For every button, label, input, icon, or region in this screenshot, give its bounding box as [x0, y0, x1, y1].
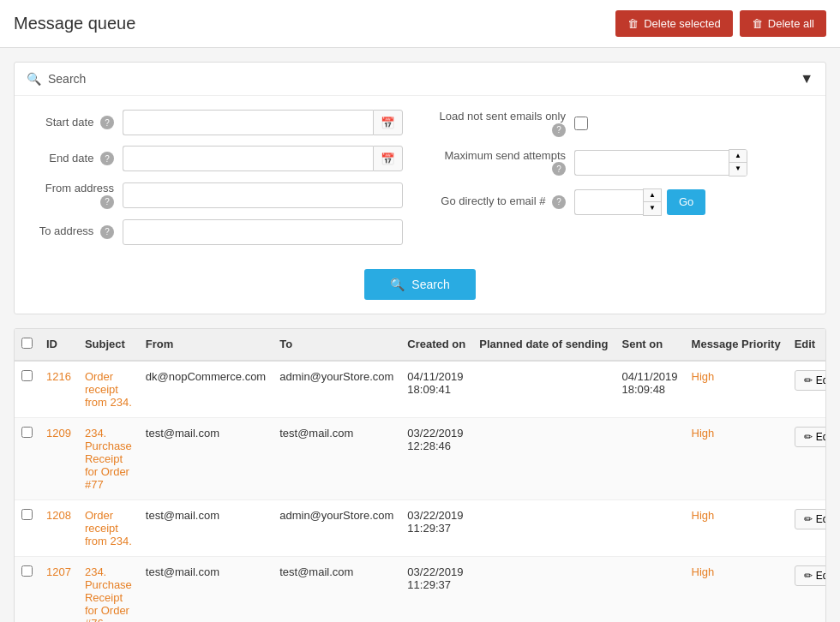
message-queue-table-container: ID Subject From To Created on Planned da…: [14, 328, 826, 623]
end-date-calendar-button[interactable]: 📅: [373, 146, 403, 171]
max-send-down-button[interactable]: ▼: [729, 163, 747, 176]
edit-button[interactable]: ✏ Edit: [795, 509, 826, 529]
row-subject: 234. Purchase Receipt for Order #76: [78, 556, 139, 622]
table-row: 1207 234. Purchase Receipt for Order #76…: [15, 556, 826, 622]
search-panel-label: Search: [48, 72, 86, 86]
form-right: Load not sent emails only ? Maximum send…: [437, 110, 812, 255]
table-row: 1209 234. Purchase Receipt for Order #77…: [15, 417, 826, 499]
go-directly-input[interactable]: 0: [574, 189, 643, 215]
select-all-checkbox[interactable]: [21, 338, 33, 349]
start-date-label: Start date ?: [28, 116, 123, 130]
delete-all-button[interactable]: 🗑 Delete all: [740, 10, 826, 37]
chevron-down-icon: ▼: [800, 71, 813, 87]
table-row: 1216 Order receipt from 234. dk@nopComme…: [15, 361, 826, 418]
col-created-on: Created on: [400, 329, 472, 361]
go-directly-input-group: 0 ▲ ▼ Go: [574, 188, 705, 216]
edit-button[interactable]: ✏ Edit: [795, 370, 826, 391]
row-id: 1207: [39, 556, 78, 622]
row-subject-link[interactable]: 234. Purchase Receipt for Order #77: [85, 427, 132, 491]
start-date-input[interactable]: [123, 110, 373, 135]
row-id: 1216: [39, 361, 78, 418]
search-form-grid: Start date ? 📅 End date ?: [28, 110, 812, 255]
row-checkbox[interactable]: [21, 370, 33, 381]
table-row: 1208 Order receipt from 234. test@mail.c…: [15, 499, 826, 556]
row-checkbox-cell: [15, 556, 39, 622]
max-send-label: Maximum send attempts ?: [437, 149, 574, 176]
row-edit-cell: ✏ Edit: [788, 417, 826, 499]
row-priority: High: [685, 361, 788, 418]
start-date-input-group: 📅: [123, 110, 403, 135]
start-date-help-icon[interactable]: ?: [100, 116, 114, 129]
row-checkbox[interactable]: [21, 509, 33, 520]
from-address-help-icon[interactable]: ?: [100, 195, 114, 209]
go-down-button[interactable]: ▼: [644, 202, 661, 215]
col-checkbox: [15, 329, 39, 361]
search-button[interactable]: 🔍 Search: [364, 269, 475, 300]
to-address-label: To address ?: [28, 224, 123, 239]
to-address-help-icon[interactable]: ?: [100, 225, 114, 239]
row-subject-link[interactable]: Order receipt from 234.: [85, 509, 132, 547]
row-subject-link[interactable]: 234. Purchase Receipt for Order #76: [85, 565, 132, 623]
load-not-sent-label: Load not sent emails only ?: [437, 110, 574, 137]
go-directly-help-icon[interactable]: ?: [552, 195, 566, 209]
row-to: admin@yourStore.com: [273, 499, 400, 556]
row-id-link[interactable]: 1208: [46, 509, 71, 522]
header-buttons: 🗑 Delete selected 🗑 Delete all: [615, 10, 826, 37]
search-panel-header[interactable]: 🔍 Search ▼: [15, 63, 825, 96]
row-priority: High: [685, 499, 788, 556]
max-send-up-button[interactable]: ▲: [729, 150, 747, 163]
row-to: test@mail.com: [273, 556, 400, 622]
calendar-icon-end: 📅: [381, 153, 395, 165]
row-id-link[interactable]: 1209: [46, 427, 71, 440]
row-planned-date: [472, 556, 615, 622]
col-subject: Subject: [78, 329, 139, 361]
to-address-input[interactable]: [123, 219, 403, 245]
go-button[interactable]: Go: [667, 189, 705, 215]
row-id: 1209: [39, 417, 78, 499]
end-date-input[interactable]: [123, 146, 373, 171]
edit-button[interactable]: ✏ Edit: [795, 565, 826, 586]
load-not-sent-checkbox[interactable]: [574, 117, 588, 130]
row-checkbox[interactable]: [21, 427, 33, 438]
row-checkbox-cell: [15, 417, 39, 499]
search-panel-header-left: 🔍 Search: [27, 72, 86, 86]
row-sent-on: 04/11/2019 18:09:48: [615, 361, 685, 418]
row-sent-on: [615, 556, 685, 622]
row-id: 1208: [39, 499, 78, 556]
end-date-help-icon[interactable]: ?: [100, 152, 114, 165]
row-subject: Order receipt from 234.: [78, 499, 139, 556]
pencil-icon: ✏: [804, 570, 813, 582]
row-id-link[interactable]: 1207: [46, 565, 71, 578]
row-subject: 234. Purchase Receipt for Order #77: [78, 417, 139, 499]
delete-selected-button[interactable]: 🗑 Delete selected: [615, 10, 733, 37]
page-title: Message queue: [14, 14, 135, 33]
max-send-help-icon[interactable]: ?: [552, 162, 566, 176]
max-send-row: Maximum send attempts ? 10 ▲ ▼: [437, 149, 812, 176]
row-id-link[interactable]: 1216: [46, 370, 71, 383]
go-up-button[interactable]: ▲: [644, 189, 661, 202]
start-date-row: Start date ? 📅: [28, 110, 403, 135]
load-not-sent-help-icon[interactable]: ?: [552, 123, 566, 137]
row-to: test@mail.com: [273, 417, 400, 499]
calendar-icon: 📅: [381, 117, 395, 129]
edit-button[interactable]: ✏ Edit: [795, 427, 826, 447]
load-not-sent-row: Load not sent emails only ?: [437, 110, 812, 137]
trash-icon-all: 🗑: [752, 17, 763, 30]
go-spinners: ▲ ▼: [643, 188, 662, 216]
row-sent-on: [615, 417, 685, 499]
pencil-icon: ✏: [804, 374, 813, 386]
start-date-calendar-button[interactable]: 📅: [373, 110, 403, 135]
max-send-input[interactable]: 10: [574, 150, 729, 176]
row-planned-date: [472, 417, 615, 499]
row-checkbox-cell: [15, 361, 39, 418]
row-subject-link[interactable]: Order receipt from 234.: [85, 370, 132, 409]
search-button-icon: 🔍: [390, 278, 405, 291]
row-priority: High: [685, 417, 788, 499]
row-edit-cell: ✏ Edit: [788, 361, 826, 418]
col-edit: Edit: [788, 329, 826, 361]
go-directly-row: Go directly to email # ? 0 ▲ ▼ Go: [437, 188, 812, 216]
row-from: test@mail.com: [139, 499, 273, 556]
from-address-input[interactable]: [123, 182, 403, 208]
col-planned-date: Planned date of sending: [472, 329, 615, 361]
row-checkbox[interactable]: [21, 565, 33, 577]
